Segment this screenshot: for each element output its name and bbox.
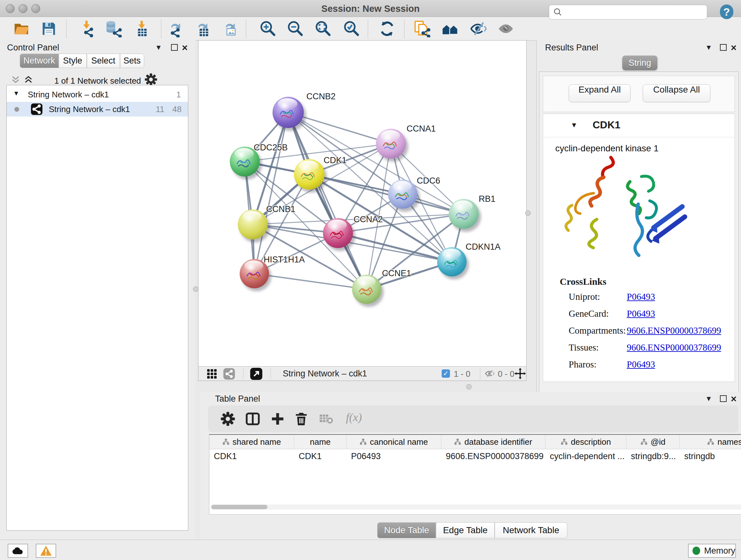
tab-sets[interactable]: Sets <box>120 54 144 68</box>
network-collection-row[interactable]: ▼ String Network – cdk1 1 <box>7 87 188 102</box>
close-panel-icon[interactable]: × <box>731 45 737 51</box>
node-CCNB1[interactable] <box>238 209 268 240</box>
tab-network-table[interactable]: Network Table <box>495 522 567 538</box>
grid-view-icon[interactable] <box>207 369 217 379</box>
cloud-button[interactable] <box>8 544 28 558</box>
column-header-shared-name[interactable]: shared name <box>209 435 294 449</box>
collapse-triangle-icon[interactable]: ▼ <box>13 90 19 97</box>
node-RB1[interactable] <box>449 199 479 229</box>
bottom-splitter-handle[interactable] <box>466 384 472 389</box>
delete-column-icon[interactable] <box>293 411 309 427</box>
tab-select[interactable]: Select <box>87 54 120 68</box>
zoom-fit-icon[interactable] <box>315 20 332 37</box>
column-header--id[interactable]: @id <box>626 435 680 449</box>
export-image-icon[interactable] <box>222 20 239 37</box>
help-button[interactable]: ? <box>720 4 733 19</box>
scrollbar-thumb[interactable] <box>211 505 267 509</box>
column-header-database-identifier[interactable]: database identifier <box>441 435 545 449</box>
refresh-icon[interactable] <box>379 20 396 37</box>
float-panel-icon[interactable] <box>720 44 727 51</box>
node-result-header[interactable]: ▼ CDK1 <box>543 114 735 137</box>
crosslink-link[interactable]: P06493 <box>627 308 655 319</box>
hidden-count: 0 - 0 <box>498 369 515 379</box>
node-label-CDC6: CDC6 <box>417 176 441 186</box>
node-label-CDKN1A: CDKN1A <box>466 242 501 252</box>
network-status-dot <box>14 107 19 112</box>
delete-table-icon[interactable] <box>319 413 333 425</box>
node-CCNE1[interactable] <box>352 274 381 304</box>
panel-menu-icon[interactable]: ▼ <box>705 395 712 403</box>
zoom-out-icon[interactable] <box>287 20 304 37</box>
table-row[interactable]: CDK1CDK1P064939606.ENSP00000378699cyclin… <box>209 449 741 463</box>
protein-thumbnail <box>245 266 264 283</box>
column-header-canonical-name[interactable]: canonical name <box>347 435 441 449</box>
column-header-name[interactable]: name <box>294 435 347 449</box>
open-file-icon[interactable] <box>13 20 30 37</box>
tab-node-table[interactable]: Node Table <box>377 522 436 538</box>
tab-string[interactable]: String <box>622 56 657 70</box>
float-panel-icon[interactable] <box>720 395 727 402</box>
edge-CCNB2-CCNA1[interactable] <box>288 112 391 144</box>
node-CCNA2[interactable] <box>323 218 353 248</box>
node-CDKN1A[interactable] <box>437 247 467 276</box>
edge-HIST1H1A-CCNE1[interactable] <box>254 273 367 289</box>
table-tabs: Node TableEdge TableNetwork Table <box>377 522 567 538</box>
import-network-file-icon[interactable] <box>78 20 95 37</box>
crosslink-link[interactable]: P06493 <box>627 359 655 370</box>
column-header-description[interactable]: description <box>545 435 626 449</box>
zoom-selected-icon[interactable] <box>343 20 360 37</box>
search-box <box>549 5 707 19</box>
float-panel-icon[interactable] <box>171 44 178 51</box>
node-CDK1[interactable] <box>294 159 325 190</box>
pan-crosshair-icon[interactable] <box>515 368 526 379</box>
import-table-icon[interactable] <box>133 20 150 37</box>
warning-button[interactable] <box>36 544 56 558</box>
create-column-icon[interactable] <box>270 411 285 427</box>
tab-edge-table[interactable]: Edge Table <box>436 522 495 538</box>
memory-button[interactable]: Memory <box>688 544 736 558</box>
collapse-all-button[interactable]: Collapse All <box>643 84 711 102</box>
crosslink-link[interactable]: 9606.ENSP00000378699 <box>627 342 721 353</box>
tab-style[interactable]: Style <box>59 54 87 68</box>
search-input[interactable] <box>565 7 707 17</box>
eye-disabled-icon <box>497 20 515 37</box>
network-canvas[interactable]: CCNB2CCNA1CDC25BCDK1CDC6RB1CCNB1CCNA2CDK… <box>199 41 526 367</box>
panel-menu-icon[interactable]: ▼ <box>155 44 162 52</box>
crosslink-link[interactable]: P06493 <box>627 292 655 302</box>
export-table-icon[interactable] <box>195 20 212 37</box>
save-session-icon[interactable] <box>40 20 57 37</box>
network-row-selected[interactable]: String Network – cdk1 11 48 <box>7 102 188 117</box>
show-hide-panels-icon[interactable] <box>470 20 487 37</box>
network-collection-label: String Network – cdk1 <box>28 90 109 100</box>
zoom-in-icon[interactable] <box>259 20 277 37</box>
show-columns-icon[interactable] <box>245 411 260 427</box>
export-network-icon[interactable] <box>167 20 185 37</box>
home-icon[interactable] <box>442 20 459 37</box>
close-panel-icon[interactable]: × <box>182 45 188 51</box>
node-CCNA1[interactable] <box>376 129 406 159</box>
node-CDC6[interactable] <box>388 179 417 209</box>
share-view-icon[interactable] <box>223 368 235 380</box>
open-view-icon[interactable] <box>250 368 262 380</box>
cell-shared-name: CDK1 <box>209 449 294 463</box>
left-splitter-handle[interactable] <box>193 287 199 292</box>
crosslink-label: GeneCard: <box>569 308 609 319</box>
tab-network[interactable]: Network <box>20 54 59 68</box>
selected-checkbox[interactable]: ✓ <box>442 369 450 378</box>
column-header-namespace[interactable]: namespace <box>680 435 741 449</box>
collapse-triangle-icon[interactable]: ▼ <box>570 121 578 129</box>
crosslink-link[interactable]: 9606.ENSP00000378699 <box>627 325 721 336</box>
node-name: CDK1 <box>593 119 620 131</box>
cell-name: CDK1 <box>294 449 347 463</box>
table-options-gear-icon[interactable] <box>220 411 235 427</box>
network-from-selection-icon[interactable] <box>413 20 430 37</box>
expand-all-button[interactable]: Expand All <box>569 84 630 102</box>
edge-CCNB2-HIST1H1A[interactable] <box>254 112 288 273</box>
function-builder-icon[interactable]: f(x) <box>346 411 362 424</box>
import-network-database-icon[interactable] <box>105 20 122 37</box>
table-panel: Table Panel ▼ × <box>200 392 741 540</box>
panel-menu-icon[interactable]: ▼ <box>705 44 712 52</box>
edge-CDK1-RB1[interactable] <box>309 174 464 214</box>
close-panel-icon[interactable]: × <box>731 396 737 402</box>
node-CCNB2[interactable] <box>273 97 304 128</box>
